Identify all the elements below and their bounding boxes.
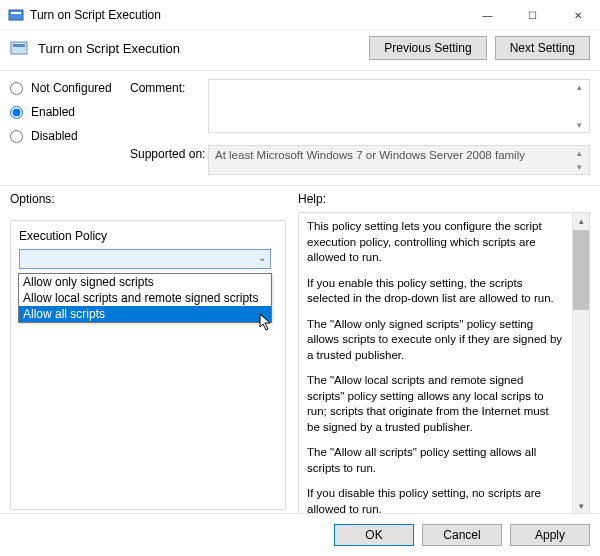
scrollbar-thumb[interactable] <box>573 230 589 310</box>
svg-rect-3 <box>13 44 25 47</box>
options-panel: Execution Policy ⌄ Allow only signed scr… <box>10 220 286 510</box>
radio-not-configured-input[interactable] <box>10 82 23 95</box>
help-scrollbar[interactable]: ▴ ▾ <box>572 213 589 515</box>
ok-button[interactable]: OK <box>334 524 414 546</box>
help-paragraph: If you disable this policy setting, no s… <box>307 486 563 516</box>
comment-textarea[interactable]: ▴ ▾ <box>208 79 590 133</box>
app-icon <box>8 7 24 23</box>
help-paragraph: If you enable this policy setting, the s… <box>307 276 563 307</box>
help-label: Help: <box>298 192 590 206</box>
help-panel: This policy setting lets you configure t… <box>298 212 590 516</box>
svg-rect-2 <box>11 42 27 54</box>
apply-button[interactable]: Apply <box>510 524 590 546</box>
divider <box>0 185 600 186</box>
radio-disabled-label: Disabled <box>31 129 78 143</box>
execution-policy-dropdown: Allow only signed scripts Allow local sc… <box>18 273 272 323</box>
radio-enabled-input[interactable] <box>10 106 23 119</box>
svg-rect-1 <box>11 12 21 14</box>
scroll-down-icon[interactable]: ▾ <box>573 120 585 130</box>
scroll-up-icon[interactable]: ▴ <box>573 82 585 92</box>
scroll-up-icon[interactable]: ▴ <box>573 148 585 158</box>
minimize-button[interactable]: — <box>465 0 510 30</box>
header: Turn on Script Execution Previous Settin… <box>0 30 600 71</box>
supported-on-label: Supported on: <box>130 145 208 161</box>
radio-not-configured[interactable]: Not Configured <box>10 81 130 95</box>
execution-policy-combobox[interactable]: ⌄ <box>19 249 271 269</box>
dropdown-item-local-remote[interactable]: Allow local scripts and remote signed sc… <box>19 290 271 306</box>
close-button[interactable]: ✕ <box>555 0 600 30</box>
help-text: This policy setting lets you configure t… <box>307 219 581 516</box>
policy-icon <box>10 38 30 58</box>
execution-policy-label: Execution Policy <box>19 229 277 243</box>
maximize-button[interactable]: ☐ <box>510 0 555 30</box>
titlebar: Turn on Script Execution — ☐ ✕ <box>0 0 600 30</box>
next-setting-button[interactable]: Next Setting <box>495 36 590 60</box>
previous-setting-button[interactable]: Previous Setting <box>369 36 486 60</box>
help-paragraph: The "Allow only signed scripts" policy s… <box>307 317 563 364</box>
comment-label: Comment: <box>130 79 208 95</box>
help-paragraph: This policy setting lets you configure t… <box>307 219 563 266</box>
radio-disabled-input[interactable] <box>10 130 23 143</box>
dropdown-item-signed[interactable]: Allow only signed scripts <box>19 274 271 290</box>
header-title: Turn on Script Execution <box>38 41 361 56</box>
cancel-button[interactable]: Cancel <box>422 524 502 546</box>
help-paragraph: The "Allow all scripts" policy setting a… <box>307 445 563 476</box>
scroll-up-icon[interactable]: ▴ <box>573 213 589 230</box>
radio-not-configured-label: Not Configured <box>31 81 112 95</box>
supported-on-value: At least Microsoft Windows 7 or Windows … <box>215 149 525 161</box>
svg-rect-0 <box>9 10 23 20</box>
options-label: Options: <box>10 192 286 206</box>
radio-disabled[interactable]: Disabled <box>10 129 130 143</box>
window-title: Turn on Script Execution <box>30 8 465 22</box>
config-area: Not Configured Enabled Disabled Comment:… <box>0 71 600 179</box>
scroll-down-icon[interactable]: ▾ <box>573 162 585 172</box>
dropdown-item-all[interactable]: Allow all scripts <box>19 306 271 322</box>
supported-on-box: At least Microsoft Windows 7 or Windows … <box>208 145 590 175</box>
help-paragraph: The "Allow local scripts and remote sign… <box>307 373 563 435</box>
chevron-down-icon: ⌄ <box>258 252 266 263</box>
radio-enabled-label: Enabled <box>31 105 75 119</box>
radio-enabled[interactable]: Enabled <box>10 105 130 119</box>
footer: OK Cancel Apply <box>0 513 600 556</box>
